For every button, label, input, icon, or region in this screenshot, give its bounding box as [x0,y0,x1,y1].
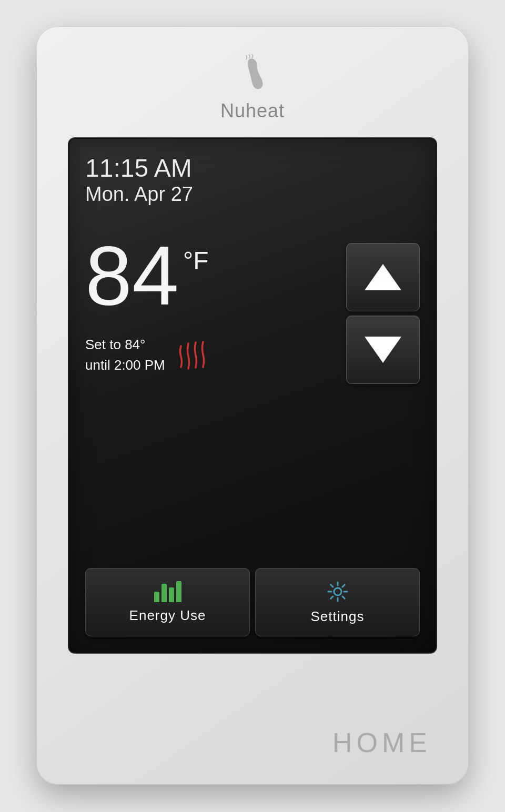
set-info: Set to 84° until 2:00 PM [85,334,213,375]
temp-up-button[interactable] [346,243,420,311]
svg-line-7 [342,584,345,586]
bar1 [154,592,159,602]
brand-name: Nuheat [220,100,285,122]
arrow-down-icon [365,337,401,363]
heat-waves-icon [176,338,213,372]
current-date: Mon. Apr 27 [85,182,420,207]
temperature-display: 84 °F [85,238,213,313]
settings-label: Settings [311,608,365,625]
current-time: 11:15 AM [85,155,420,182]
temperature-value: 84 [85,238,179,313]
energy-bar-chart-icon [154,581,181,602]
energy-use-label: Energy Use [129,607,206,624]
gear-icon [326,580,349,603]
set-line2: until 2:00 PM [85,355,165,375]
temperature-section: 84 °F Set to 84° until 2:00 PM [85,238,420,552]
settings-button[interactable]: Settings [255,568,420,636]
set-line1: Set to 84° [85,334,165,355]
temperature-controls [346,243,420,384]
temperature-left: 84 °F Set to 84° until 2:00 PM [85,238,213,375]
set-text: Set to 84° until 2:00 PM [85,334,165,375]
arrow-up-icon [365,264,401,290]
bar2 [161,584,167,602]
thermostat-device: Nuheat 11:15 AM Mon. Apr 27 84 °F Set to… [37,27,468,785]
energy-use-button[interactable]: Energy Use [85,568,250,636]
svg-line-6 [342,596,345,598]
bar4 [176,581,181,602]
thermostat-screen: 11:15 AM Mon. Apr 27 84 °F Set to 84° un… [68,138,437,653]
bottom-buttons: Energy Use Settings [85,568,420,636]
bar3 [169,587,174,602]
datetime-display: 11:15 AM Mon. Apr 27 [85,155,420,206]
home-label: HOME [332,727,431,758]
svg-line-8 [330,596,332,598]
temp-down-button[interactable] [346,316,420,384]
temperature-unit: °F [183,248,209,273]
svg-line-5 [330,584,332,586]
svg-point-0 [334,588,341,595]
nuheat-logo-icon [231,54,274,96]
screen-content: 11:15 AM Mon. Apr 27 84 °F Set to 84° un… [85,155,420,552]
brand-header: Nuheat [220,54,285,122]
